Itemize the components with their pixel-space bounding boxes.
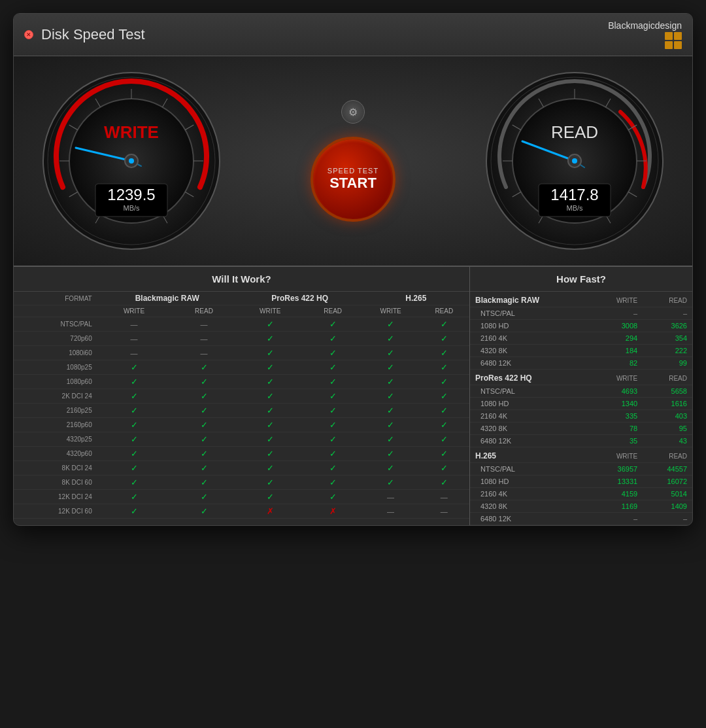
check-icon: ✓ bbox=[441, 348, 448, 358]
check-icon: ✓ bbox=[267, 319, 274, 329]
value-cell: — bbox=[97, 332, 171, 346]
format-cell: 8K DCI 60 bbox=[14, 476, 97, 490]
value-cell: ✓ bbox=[303, 332, 363, 346]
value-cell: ✓ bbox=[97, 404, 171, 418]
write-gauge-container: WRITE 1239.5 MB/s bbox=[40, 69, 223, 252]
value-cell: — bbox=[97, 346, 171, 360]
value-cell: ✓ bbox=[363, 317, 419, 332]
value-cell: ✓ bbox=[97, 461, 171, 476]
close-button[interactable]: ✕ bbox=[24, 30, 33, 39]
check-icon: ✓ bbox=[201, 420, 208, 430]
settings-button[interactable]: ⚙ bbox=[341, 100, 365, 124]
value-cell: — bbox=[419, 490, 469, 504]
will-it-work-header: Will It Work? bbox=[14, 267, 469, 292]
value-cell: ✓ bbox=[303, 432, 363, 447]
value-cell: — bbox=[171, 332, 237, 346]
check-icon: ✓ bbox=[267, 334, 274, 343]
value-cell: ✓ bbox=[419, 461, 469, 476]
value-cell: ✓ bbox=[237, 360, 303, 375]
will-it-work-panel: Will It Work? FORMAT Blackmagic RAW ProR… bbox=[14, 267, 470, 525]
table-row: 12K DCI 60✓✓✗✗—— bbox=[14, 504, 469, 519]
check-icon: ✓ bbox=[201, 492, 208, 502]
format-label: 2160 4K bbox=[470, 488, 592, 500]
value-cell: ✓ bbox=[171, 461, 237, 476]
value-cell: ✓ bbox=[303, 389, 363, 404]
value-cell: ✓ bbox=[97, 490, 171, 504]
write-value: 1340 bbox=[592, 398, 643, 410]
read-value: 3626 bbox=[643, 320, 692, 332]
value-cell: ✓ bbox=[303, 317, 363, 332]
write-value: 82 bbox=[592, 357, 643, 370]
how-fast-table: Blackmagic RAW WRITE READ NTSC/PAL – – 1… bbox=[470, 292, 692, 525]
format-cell: 720p60 bbox=[14, 332, 97, 346]
how-fast-row: 4320 8K 78 95 bbox=[470, 423, 692, 435]
read-value: 5658 bbox=[643, 385, 692, 398]
h265-read-header: READ bbox=[419, 305, 469, 317]
write-value: 4693 bbox=[592, 385, 643, 398]
table-row: 2160p60✓✓✓✓✓✓ bbox=[14, 418, 469, 432]
value-cell: ✓ bbox=[303, 404, 363, 418]
check-icon: ✓ bbox=[201, 449, 208, 459]
check-icon: ✓ bbox=[201, 506, 208, 516]
check-icon: ✓ bbox=[131, 506, 138, 516]
value-cell: ✓ bbox=[419, 432, 469, 447]
write-value: 1169 bbox=[592, 500, 643, 513]
table-row: 8K DCI 60✓✓✓✓✓✓ bbox=[14, 476, 469, 490]
value-cell: ✓ bbox=[363, 404, 419, 418]
value-cell: ✓ bbox=[303, 461, 363, 476]
value-cell: — bbox=[363, 490, 419, 504]
value-cell: — bbox=[171, 317, 237, 332]
value-cell: ✓ bbox=[171, 360, 237, 375]
value-cell: ✓ bbox=[419, 317, 469, 332]
format-cell: 12K DCI 60 bbox=[14, 504, 97, 519]
check-icon: ✓ bbox=[387, 463, 394, 473]
table-row: 720p60——✓✓✓✓ bbox=[14, 332, 469, 346]
how-fast-row: 6480 12K 82 99 bbox=[470, 357, 692, 370]
value-cell: ✓ bbox=[237, 346, 303, 360]
value-cell: ✓ bbox=[303, 447, 363, 461]
format-cell: 12K DCI 24 bbox=[14, 490, 97, 504]
format-cell: 2160p25 bbox=[14, 404, 97, 418]
check-icon: ✓ bbox=[131, 463, 138, 473]
value-cell: ✓ bbox=[171, 447, 237, 461]
read-col-header: READ bbox=[643, 292, 692, 307]
value-cell: ✗ bbox=[303, 504, 363, 519]
check-icon: ✓ bbox=[329, 434, 337, 444]
value-cell: ✓ bbox=[97, 389, 171, 404]
format-cell: 1080p60 bbox=[14, 375, 97, 389]
check-icon: ✓ bbox=[387, 434, 394, 444]
start-button[interactable]: SPEED TEST START bbox=[311, 137, 395, 222]
value-cell: ✓ bbox=[363, 375, 419, 389]
title-bar: ✕ Disk Speed Test Blackmagicdesign bbox=[14, 14, 692, 56]
read-value: 44557 bbox=[643, 463, 692, 476]
how-fast-row: 4320 8K 184 222 bbox=[470, 345, 692, 357]
value-cell: ✓ bbox=[97, 418, 171, 432]
read-gauge-container: READ 1417.8 MB/s bbox=[483, 69, 666, 252]
dash-icon: — bbox=[387, 508, 394, 515]
dash-icon: — bbox=[201, 321, 208, 328]
format-cell: 4320p25 bbox=[14, 432, 97, 447]
value-cell: ✓ bbox=[363, 332, 419, 346]
value-cell: ✓ bbox=[303, 476, 363, 490]
svg-point-39 bbox=[572, 158, 577, 164]
format-label: 1080 HD bbox=[470, 320, 592, 332]
value-cell: ✓ bbox=[97, 447, 171, 461]
svg-point-17 bbox=[129, 158, 134, 164]
check-icon: ✓ bbox=[441, 477, 448, 487]
format-cell: 8K DCI 24 bbox=[14, 461, 97, 476]
format-cell: 1080i60 bbox=[14, 346, 97, 360]
check-icon: ✓ bbox=[267, 362, 274, 372]
read-value: 5014 bbox=[643, 488, 692, 500]
start-btn-line1: SPEED TEST bbox=[328, 167, 378, 175]
how-fast-row: 4320 8K 1169 1409 bbox=[470, 500, 692, 513]
codec-header-row: ProRes 422 HQ WRITE READ bbox=[470, 370, 692, 385]
check-icon: ✓ bbox=[387, 334, 394, 343]
check-icon: ✓ bbox=[131, 449, 138, 459]
table-row: 12K DCI 24✓✓✓✓—— bbox=[14, 490, 469, 504]
read-value: 354 bbox=[643, 332, 692, 345]
format-label: 1080 HD bbox=[470, 476, 592, 488]
value-cell: ✓ bbox=[97, 375, 171, 389]
check-icon: ✓ bbox=[267, 420, 274, 430]
svg-text:WRITE: WRITE bbox=[104, 122, 159, 142]
value-cell: ✓ bbox=[237, 490, 303, 504]
